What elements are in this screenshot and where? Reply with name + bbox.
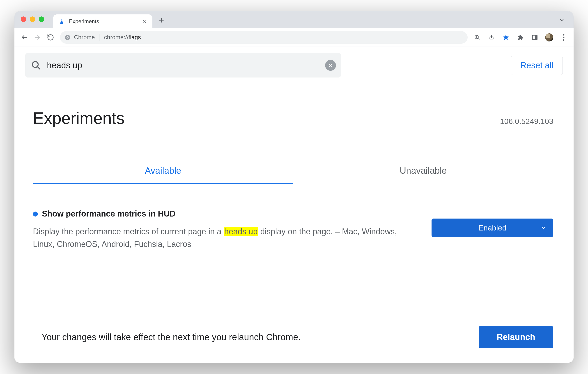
menu-button[interactable]	[557, 31, 570, 44]
tab-strip: Experiments	[14, 11, 574, 28]
window-minimize-button[interactable]	[30, 16, 35, 22]
tabs-dropdown-button[interactable]	[557, 16, 566, 25]
url-text: chrome://flags	[104, 34, 141, 41]
site-chip: Chrome	[64, 34, 95, 41]
share-icon[interactable]	[485, 31, 498, 44]
relaunch-button[interactable]: Relaunch	[479, 326, 553, 348]
relaunch-message: Your changes will take effect the next t…	[42, 332, 301, 342]
forward-button[interactable]	[31, 31, 44, 44]
zoom-icon[interactable]	[471, 31, 483, 44]
reset-all-button[interactable]: Reset all	[511, 56, 563, 75]
svg-point-2	[67, 37, 69, 38]
modified-dot-icon	[33, 212, 38, 216]
bookmark-star-icon[interactable]	[500, 31, 512, 44]
flag-title: Show performance metrics in HUD	[42, 209, 175, 219]
browser-window: Experiments	[14, 11, 574, 363]
tab-available[interactable]: Available	[33, 159, 293, 184]
page-content: Reset all Experiments 106.0.5249.103 Ava…	[14, 46, 574, 363]
relaunch-bar: Your changes will take effect the next t…	[14, 311, 574, 363]
tab-title: Experiments	[69, 18, 137, 25]
extensions-icon[interactable]	[514, 31, 527, 44]
search-input[interactable]	[46, 60, 320, 71]
reload-button[interactable]	[44, 31, 57, 44]
browser-tab[interactable]: Experiments	[53, 14, 152, 28]
toolbar: Chrome chrome://flags	[14, 28, 574, 46]
search-box[interactable]	[25, 53, 341, 78]
svg-rect-5	[535, 35, 537, 40]
chevron-down-icon	[540, 225, 546, 231]
svg-point-8	[563, 39, 565, 41]
address-bar[interactable]: Chrome chrome://flags	[60, 31, 468, 44]
page-title: Experiments	[33, 109, 125, 128]
search-row: Reset all	[14, 46, 574, 84]
flag-text: Show performance metrics in HUD Display …	[33, 209, 413, 251]
flag-state-select[interactable]: Enabled	[431, 219, 553, 237]
window-close-button[interactable]	[21, 16, 26, 22]
search-highlight: heads up	[224, 227, 258, 236]
svg-point-7	[563, 37, 565, 38]
select-value: Enabled	[478, 223, 507, 232]
version-text: 106.0.5249.103	[500, 117, 553, 126]
window-controls	[21, 16, 44, 22]
flask-icon	[59, 18, 65, 25]
site-label: Chrome	[74, 34, 95, 41]
divider	[99, 34, 99, 41]
tabs-row: Available Unavailable	[33, 159, 553, 184]
back-button[interactable]	[18, 31, 31, 44]
nav-buttons	[18, 31, 57, 44]
search-icon	[31, 60, 41, 70]
chrome-icon	[64, 34, 71, 40]
toolbar-right	[471, 31, 570, 44]
profile-avatar[interactable]	[543, 31, 556, 44]
flag-description: Display the performance metrics of curre…	[33, 225, 413, 251]
side-panel-icon[interactable]	[528, 31, 541, 44]
new-tab-button[interactable]	[156, 14, 167, 26]
flag-item: Show performance metrics in HUD Display …	[14, 184, 574, 261]
window-maximize-button[interactable]	[39, 16, 44, 22]
clear-search-button[interactable]	[325, 60, 336, 71]
heading-row: Experiments 106.0.5249.103	[14, 84, 574, 130]
tab-unavailable[interactable]: Unavailable	[293, 159, 553, 184]
tab-close-button[interactable]	[141, 18, 148, 25]
svg-point-6	[563, 34, 565, 36]
